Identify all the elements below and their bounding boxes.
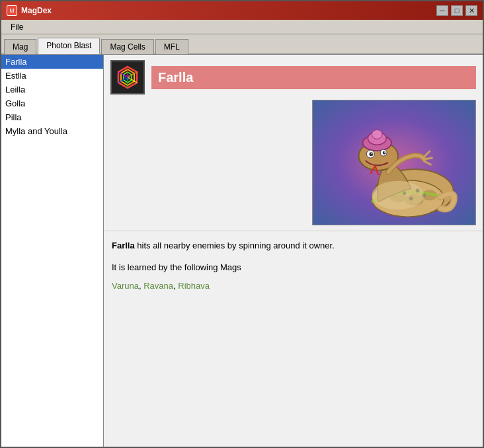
svg-point-28 [423, 194, 426, 198]
pb-header: Farlla [104, 55, 483, 100]
svg-point-19 [372, 130, 382, 139]
svg-point-22 [369, 152, 373, 156]
sidebar-item-estlla[interactable]: Estlla [1, 69, 103, 83]
pb-mags-list: Varuna, Ravana, Ribhava [112, 278, 475, 293]
maximize-button[interactable]: □ [451, 5, 463, 16]
tab-mag[interactable]: Mag [4, 39, 36, 54]
creature-svg [313, 100, 475, 225]
minimize-button[interactable]: ─ [436, 5, 448, 16]
pb-name: Farlla [158, 70, 193, 85]
sidebar-item-pilla[interactable]: Pilla [1, 110, 103, 124]
sidebar-item-farlla[interactable]: Farlla [1, 55, 103, 69]
svg-point-27 [416, 189, 420, 193]
svg-point-23 [383, 151, 386, 155]
svg-point-24 [371, 153, 372, 154]
sidebar-item-golla[interactable]: Golla [1, 96, 103, 110]
title-controls: ─ □ ✕ [436, 5, 477, 16]
main-content: Farlla Estlla Leilla Golla Pilla Mylla a… [1, 55, 483, 447]
mag-link-varuna[interactable]: Varuna [112, 281, 139, 291]
sidebar-item-mylla-youlla[interactable]: Mylla and Youlla [1, 124, 103, 138]
tab-mag-cells[interactable]: Mag Cells [101, 39, 153, 54]
app-window: M MagDex ─ □ ✕ File Mag Photon Blast Mag… [0, 0, 484, 448]
tabs-bar: Mag Photon Blast Mag Cells MFL [1, 34, 483, 55]
pb-image-area [104, 100, 483, 231]
svg-point-29 [409, 196, 413, 200]
mag-link-ribhava[interactable]: Ribhava [178, 281, 210, 291]
title-bar: M MagDex ─ □ ✕ [1, 1, 483, 20]
pb-icon-container [110, 60, 145, 94]
tab-photon-blast[interactable]: Photon Blast [38, 38, 100, 54]
pb-name-bar: Farlla [151, 66, 476, 89]
svg-point-30 [403, 192, 406, 195]
file-menu[interactable]: File [5, 21, 28, 33]
pb-mags-intro: It is learned by the following Mags [112, 262, 241, 272]
svg-point-26 [372, 181, 424, 210]
pb-desc-line1: Farlla hits all nearby enemies by spinni… [112, 238, 475, 253]
window-title: MagDex [21, 6, 52, 15]
pb-creature-image [312, 100, 476, 225]
pb-desc-text: hits all nearby enemies by spinning arou… [135, 241, 335, 250]
pb-desc-name: Farlla [112, 241, 135, 250]
tab-mfl[interactable]: MFL [155, 39, 188, 54]
pb-mags-intro-line: It is learned by the following Mags [112, 260, 475, 275]
app-icon: M [7, 5, 17, 16]
sidebar: Farlla Estlla Leilla Golla Pilla Mylla a… [1, 55, 104, 447]
content-panel: Farlla [104, 55, 483, 447]
photon-blast-icon [115, 65, 140, 90]
close-button[interactable]: ✕ [465, 5, 477, 16]
svg-point-25 [384, 151, 385, 153]
menu-bar: File [1, 20, 483, 34]
sidebar-item-leilla[interactable]: Leilla [1, 83, 103, 96]
title-bar-left: M MagDex [7, 5, 52, 16]
mag-link-ravana[interactable]: Ravana [143, 281, 173, 291]
pb-description: Farlla hits all nearby enemies by spinni… [104, 231, 483, 300]
